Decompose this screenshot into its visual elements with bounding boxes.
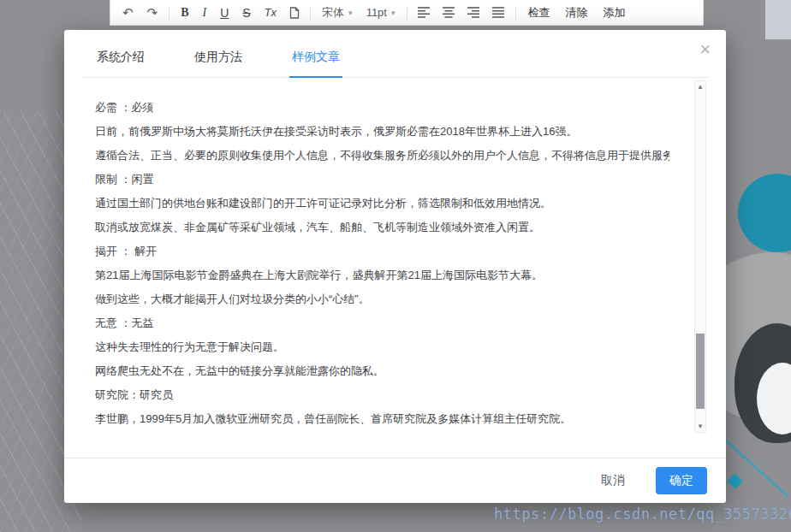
align-center-button[interactable]	[437, 1, 461, 25]
content-line: 取消或放宽煤炭、非金属矿等采矿业领域，汽车、船舶、飞机等制造业领域外资准入闲置。	[95, 216, 669, 239]
content-line: 第21届上海国际电影节金爵盛典在上海大剧院举行，盛典解开第21届上海国际电影节大…	[95, 263, 669, 287]
content-line: 这种失去理性的行为无意于解决问题。	[95, 335, 669, 359]
redo-button[interactable]: ↷	[140, 1, 165, 25]
font-size-select[interactable]: 11pt ▾	[360, 1, 402, 25]
underline-button[interactable]: U	[213, 1, 235, 25]
dialog-tabs: 系统介绍 使用方法 样例文章	[81, 30, 709, 78]
close-icon[interactable]: ×	[699, 40, 711, 59]
add-button[interactable]: 添加	[596, 5, 633, 21]
content-line: 研究院：研究员	[95, 383, 669, 407]
clear-button[interactable]: 清除	[558, 5, 596, 21]
sample-articles-dialog: × 系统介绍 使用方法 样例文章 必需 ：必须 日前，前俄罗斯中场大将莫斯托沃伊…	[64, 30, 726, 503]
content-line: 日前，前俄罗斯中场大将莫斯托沃伊在接受采访时表示，俄罗斯必需在2018年世界杯上…	[95, 120, 669, 144]
content-line: 做到这些，大概才能揭开人们对垃圾分类的小小“心结”。	[95, 287, 669, 311]
content-line: 揭开 ： 解开	[95, 239, 669, 263]
scroll-up-icon[interactable]: ▲	[695, 81, 705, 92]
bold-button[interactable]: B	[174, 1, 195, 25]
content-line: 网络爬虫无处不在，无益中的链接分享就能泄露你的隐私。	[95, 359, 669, 383]
check-button[interactable]: 检查	[520, 5, 558, 21]
watermark-text: https://blog.csdn.net/qq_35573326	[494, 505, 791, 523]
align-left-button[interactable]	[412, 1, 437, 25]
document-icon[interactable]	[283, 1, 306, 25]
clear-format-button[interactable]: Tx	[258, 1, 283, 25]
scroll-down-icon[interactable]: ▼	[695, 421, 705, 432]
align-justify-button[interactable]	[486, 1, 511, 25]
toolbar-divider	[407, 6, 407, 20]
tab-sample-articles[interactable]: 样例文章	[289, 50, 342, 78]
background-corner-patch	[765, 0, 791, 39]
toolbar-divider	[515, 6, 516, 20]
editor-toolbar: ↶ ↷ B I U S Tx 宋体 ▾ 11pt ▾ 检查 清除 添加	[110, 0, 704, 26]
content-line: 无意 ：无益	[95, 311, 669, 335]
content-scrollbar[interactable]: ▲ ▼	[694, 80, 706, 433]
background-teal-diamond	[727, 473, 742, 488]
font-size-value: 11pt	[366, 6, 387, 19]
font-family-select[interactable]: 宋体 ▾	[315, 1, 360, 25]
italic-button[interactable]: I	[196, 1, 214, 25]
content-line: 李世鹏，1999年5月加入微软亚洲研究员，曾任副院长、首席研究院及多媒体计算组主…	[95, 407, 669, 431]
align-right-button[interactable]	[461, 1, 486, 25]
tab-usage[interactable]: 使用方法	[192, 50, 245, 77]
content-line: 必需 ：必须	[95, 96, 669, 120]
undo-button[interactable]: ↶	[116, 1, 140, 25]
dialog-content: 必需 ：必须 日前，前俄罗斯中场大将莫斯托沃伊在接受采访时表示，俄罗斯必需在20…	[81, 78, 709, 437]
confirm-button[interactable]: 确定	[656, 467, 707, 494]
tab-system-intro[interactable]: 系统介绍	[94, 50, 147, 77]
content-line: 通过国土部门的供地台账和建设部门的开工许可证记录对比分析，筛选限制和低效用地情况…	[95, 192, 669, 216]
content-line: 限制 ：闲置	[95, 168, 669, 192]
strikethrough-button[interactable]: S	[235, 1, 257, 25]
font-family-value: 宋体	[322, 5, 344, 21]
cancel-button[interactable]: 取消	[596, 472, 630, 489]
content-line: 遵循合法、正当、必要的原则收集使用个人信息，不得收集服务所必须以外的用户个人信息…	[95, 144, 669, 168]
toolbar-divider	[310, 6, 311, 20]
background-teal-circle	[738, 174, 791, 252]
chevron-down-icon: ▾	[391, 9, 396, 17]
chevron-down-icon: ▾	[348, 9, 353, 17]
toolbar-divider	[169, 6, 170, 20]
scrollbar-thumb[interactable]	[696, 334, 705, 409]
dialog-footer: 取消 确定	[64, 458, 726, 503]
